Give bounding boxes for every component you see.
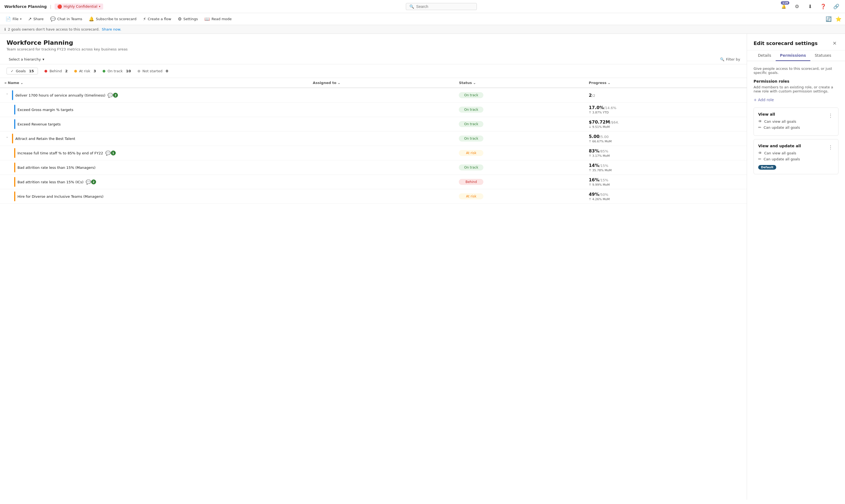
perm-icon: ✏️ [758,157,761,161]
goal-progress-cell: 14%/15% ↑ 35.78% MoM [584,160,747,175]
panel-body: Give people access to this scorecard, or… [747,61,845,500]
settings-icon-button[interactable]: ⚙️ [793,2,801,11]
role-card: View and update all 👁 Can view all goals… [754,139,839,174]
permission-roles-title: Permission roles [754,79,839,84]
hierarchy-caret-icon: ▾ [42,57,45,61]
tab-permissions[interactable]: Permissions [776,51,810,61]
on-track-dot [103,70,105,73]
scorecard-panel: Workforce Planning Team scorecard for tr… [0,34,747,500]
progress-main: 2 [589,93,592,98]
role-title: View and update all [758,144,834,148]
role-menu-button[interactable]: ⋮ [827,143,834,151]
nav-right: 🔔 119 ⚙️ ⬇️ ❓ 🔗 [779,2,841,11]
goal-progress-cell: 2/2 [584,88,747,103]
settings-label: Settings [183,17,198,21]
share-link-icon-button[interactable]: 🔗 [832,2,841,11]
progress-value: 49%/50% [589,192,742,197]
goal-status-cell: Behind [454,175,584,189]
progress-change: ↑ 3.17% MoM [589,154,742,158]
file-menu-button[interactable]: 📄 File ▾ [2,15,25,23]
goal-status-cell: At risk [454,146,584,160]
goal-name-cell: Bad attrition rate less than 15% (Manage… [0,160,309,175]
add-role-button[interactable]: + Add role [754,97,839,102]
help-icon-button[interactable]: ❓ [819,2,828,11]
progress-change: ↑ 66.67% MoM [589,140,742,143]
search-box[interactable]: 🔍 [406,3,477,10]
read-mode-button[interactable]: 📖 Read mode [201,15,235,23]
color-bar [14,192,15,201]
progress-change: ↑ 4.26% MoM [589,197,742,201]
progress-value: $70.72M/$64. [589,120,742,125]
goal-name-text: Hire for Diverse and Inclusive Teams (Ma… [17,195,103,199]
role-permission: ✏️ Can update all goals [758,157,834,161]
progress-sort-button[interactable]: Progress ⌄ [589,81,742,85]
role-menu-button[interactable]: ⋮ [827,111,834,119]
progress-main: 83% [589,148,599,154]
settings-button[interactable]: ⚙️ Settings [174,15,201,23]
chat-in-teams-button[interactable]: 💬 Chat in Teams [47,15,86,23]
file-icon: 📄 [5,16,11,21]
goals-stat-label: Goals [16,69,26,73]
col-header-assigned: Assigned to ⌄ [309,78,454,88]
search-filter-icon: 🔍 [720,57,724,61]
goal-status-cell: On track [454,131,584,146]
comment-wrap: 💬 1 [105,150,116,156]
status-sort-button[interactable]: Status ⌄ [459,81,580,85]
tab-statuses[interactable]: Statuses [810,51,836,61]
expand-button[interactable]: ˅ [4,92,10,98]
table-row: ˅ Attract and Retain the Best Talent On … [0,131,747,146]
progress-target: /$64. [610,120,619,124]
goal-progress-cell: 17.0%/14.6% ↑ 3.87% YTD [584,103,747,117]
goal-progress-cell: $70.72M/$64. ↓ 9.51% MoM [584,117,747,131]
at-risk-dot [74,70,77,73]
role-card: View all 👁 Can view all goals ✏️ Can upd… [754,107,839,136]
status-pill: At risk [459,193,483,199]
refresh-button[interactable]: 🔄 [824,15,833,23]
goals-stat[interactable]: ✓ Goals 15 [6,68,38,74]
check-icon: ✓ [11,69,14,73]
not-started-stat: Not started 0 [138,69,168,73]
color-bar [14,163,15,173]
panel-title: Edit scorecard settings [754,40,818,46]
perm-text: Can update all goals [764,157,800,161]
download-icon-button[interactable]: ⬇️ [806,2,814,11]
share-button[interactable]: ↗️ Share [25,15,47,23]
progress-value: 5.00/5.00 [589,134,742,139]
share-now-link[interactable]: Share now. [102,27,121,31]
color-bar [12,133,13,143]
filter-button[interactable]: 🔍 Filter by [720,57,740,61]
search-input[interactable] [416,4,471,9]
not-started-count: 0 [166,69,168,73]
status-sort-icon: ⌄ [473,81,476,85]
goal-name-cell: ˅ Attract and Retain the Best Talent [0,131,309,146]
chat-label: Chat in Teams [57,17,83,21]
tab-details[interactable]: Details [754,51,776,61]
goal-assigned-cell [309,146,454,160]
confidential-badge[interactable]: 🔴 Highly Confidential ▾ [55,3,103,10]
goal-name-cell: Increase full time staff % to 85% by end… [0,146,309,160]
perm-icon: 👁 [758,151,762,155]
comment-badge: 2 [91,179,96,184]
expand-button[interactable]: ˅ [4,136,10,141]
goal-progress-cell: 16%/15% ↑ 9.99% MoM [584,175,747,189]
notifications-button[interactable]: 🔔 119 [779,2,788,11]
subscribe-button[interactable]: 🔔 Subscribe to scorecard [85,15,140,23]
panel-close-button[interactable]: ✕ [831,39,839,47]
hierarchy-row: Select a hierarchy ▾ 🔍 Filter by [0,55,747,65]
filter-label: Filter by [726,57,740,61]
goals-box: ✓ Goals 15 [6,68,38,74]
behind-dot [45,70,47,73]
hierarchy-select[interactable]: Select a hierarchy ▾ [6,56,47,62]
on-track-count: 10 [126,69,131,73]
table-row: ˅ deliver 1700 hours of service annually… [0,88,747,103]
name-sort-button[interactable]: » Name ⌄ [4,81,304,85]
comment-icon: 💬 [107,93,113,98]
add-role-label: + Add role [754,97,774,102]
on-track-label: On track [107,69,123,73]
create-flow-button[interactable]: ⚡ Create a flow [140,15,174,23]
assigned-sort-button[interactable]: Assigned to ⌄ [313,81,450,85]
bell-icon: 🔔 [781,4,786,9]
permission-roles-desc: Add members to an existing role, or crea… [754,85,839,93]
star-button[interactable]: ⭐ [834,15,843,23]
progress-target: /5.00 [600,135,609,139]
